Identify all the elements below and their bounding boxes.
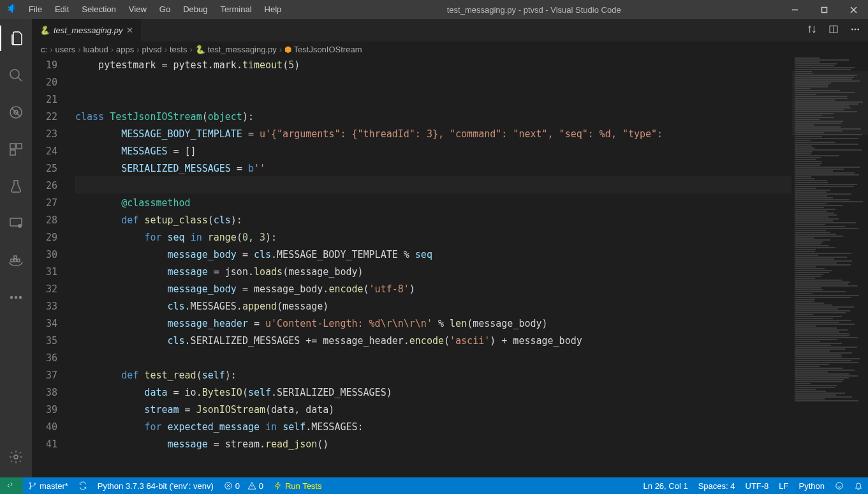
remote-indicator[interactable] bbox=[0, 477, 23, 494]
eol[interactable]: LF bbox=[774, 477, 793, 494]
encoding[interactable]: UTF-8 bbox=[740, 477, 774, 494]
svg-point-22 bbox=[29, 488, 31, 489]
menu-edit[interactable]: Edit bbox=[48, 0, 75, 19]
sync-button[interactable] bbox=[73, 477, 92, 494]
svg-point-14 bbox=[15, 297, 17, 299]
crumb-symbol[interactable]: ⬢ TestJsonIOStream bbox=[284, 45, 362, 54]
menu-help[interactable]: Help bbox=[258, 0, 288, 19]
svg-point-23 bbox=[34, 483, 35, 484]
svg-rect-6 bbox=[10, 150, 15, 155]
debug-disabled-icon[interactable] bbox=[0, 100, 32, 125]
svg-rect-0 bbox=[821, 7, 827, 12]
code-content[interactable]: pytestmark = pytest.mark.timeout(5) clas… bbox=[69, 57, 791, 477]
crumb-users[interactable]: users bbox=[55, 45, 75, 54]
menu-file[interactable]: File bbox=[22, 0, 48, 19]
svg-point-25 bbox=[836, 483, 843, 490]
more-actions-icon[interactable] bbox=[850, 24, 860, 36]
language-mode[interactable]: Python bbox=[794, 477, 830, 494]
activity-bar bbox=[0, 19, 32, 477]
minimap-viewport[interactable] bbox=[792, 71, 868, 135]
svg-rect-4 bbox=[10, 144, 15, 149]
status-bar: master* Python 3.7.3 64-bit ('env': venv… bbox=[0, 477, 868, 494]
svg-point-13 bbox=[11, 297, 13, 299]
docker-icon[interactable] bbox=[0, 248, 32, 273]
menu-go[interactable]: Go bbox=[153, 0, 177, 19]
tab-label: test_messaging.py bbox=[54, 26, 122, 35]
maximize-button[interactable] bbox=[809, 0, 839, 19]
svg-rect-9 bbox=[11, 259, 13, 262]
crumb-luabud[interactable]: luabud bbox=[84, 45, 108, 54]
svg-point-16 bbox=[14, 455, 18, 459]
run-tests[interactable]: Run Tests bbox=[268, 477, 327, 494]
svg-point-15 bbox=[20, 297, 22, 299]
svg-point-8 bbox=[18, 224, 22, 228]
svg-point-21 bbox=[29, 483, 31, 484]
more-icon[interactable] bbox=[0, 285, 32, 310]
tab-test-messaging[interactable]: 🐍 test_messaging.py ✕ bbox=[32, 19, 142, 41]
svg-rect-10 bbox=[14, 259, 17, 262]
crumb-apps[interactable]: apps bbox=[116, 45, 134, 54]
feedback-icon[interactable] bbox=[830, 477, 849, 494]
minimize-button[interactable] bbox=[780, 0, 809, 19]
editor-tabs: 🐍 test_messaging.py ✕ bbox=[32, 19, 868, 41]
split-editor-icon[interactable] bbox=[828, 24, 839, 36]
window-controls bbox=[780, 0, 868, 19]
explorer-icon[interactable] bbox=[0, 26, 32, 51]
menu-bar: File Edit Selection View Go Debug Termin… bbox=[22, 0, 288, 19]
compare-icon[interactable] bbox=[807, 24, 817, 36]
cursor-position[interactable]: Ln 26, Col 1 bbox=[638, 477, 693, 494]
python-interpreter[interactable]: Python 3.7.3 64-bit ('env': venv) bbox=[92, 477, 219, 494]
editor[interactable]: 19 20 21 22 23 24 25 26 27 28 29 30 31 3… bbox=[32, 57, 868, 477]
crumb-drive[interactable]: c: bbox=[41, 45, 47, 54]
menu-view[interactable]: View bbox=[122, 0, 153, 19]
search-icon[interactable] bbox=[0, 63, 32, 88]
line-number-gutter: 19 20 21 22 23 24 25 26 27 28 29 30 31 3… bbox=[32, 57, 69, 477]
git-branch[interactable]: master* bbox=[23, 477, 73, 494]
menu-terminal[interactable]: Terminal bbox=[214, 0, 258, 19]
minimap[interactable] bbox=[791, 57, 868, 477]
breadcrumbs[interactable]: c:› users› luabud› apps› ptvsd› tests› 🐍… bbox=[32, 41, 868, 57]
window-title: test_messaging.py - ptvsd - Visual Studi… bbox=[288, 5, 780, 15]
close-button[interactable] bbox=[839, 0, 868, 19]
svg-rect-5 bbox=[17, 144, 22, 149]
test-icon[interactable] bbox=[0, 174, 32, 199]
crumb-file[interactable]: 🐍 test_messaging.py bbox=[195, 45, 277, 54]
svg-point-1 bbox=[10, 70, 19, 79]
vscode-logo-icon bbox=[0, 4, 22, 15]
tab-close-icon[interactable]: ✕ bbox=[126, 26, 133, 35]
python-file-icon: 🐍 bbox=[40, 26, 50, 35]
crumb-ptvsd[interactable]: ptvsd bbox=[142, 45, 162, 54]
class-icon: ⬢ bbox=[284, 45, 293, 54]
python-file-icon: 🐍 bbox=[195, 45, 208, 54]
extensions-icon[interactable] bbox=[0, 137, 32, 162]
svg-rect-11 bbox=[17, 259, 20, 262]
settings-gear-icon[interactable] bbox=[0, 444, 32, 470]
menu-selection[interactable]: Selection bbox=[75, 0, 122, 19]
notifications-icon[interactable] bbox=[849, 477, 868, 494]
menu-debug[interactable]: Debug bbox=[177, 0, 214, 19]
svg-point-18 bbox=[851, 29, 853, 30]
svg-rect-12 bbox=[14, 256, 17, 258]
indentation[interactable]: Spaces: 4 bbox=[693, 477, 740, 494]
problems[interactable]: 0 0 bbox=[219, 477, 268, 494]
svg-point-19 bbox=[855, 29, 856, 30]
remote-icon[interactable] bbox=[0, 211, 32, 236]
crumb-tests[interactable]: tests bbox=[170, 45, 187, 54]
svg-point-20 bbox=[858, 29, 859, 30]
title-bar: File Edit Selection View Go Debug Termin… bbox=[0, 0, 868, 19]
